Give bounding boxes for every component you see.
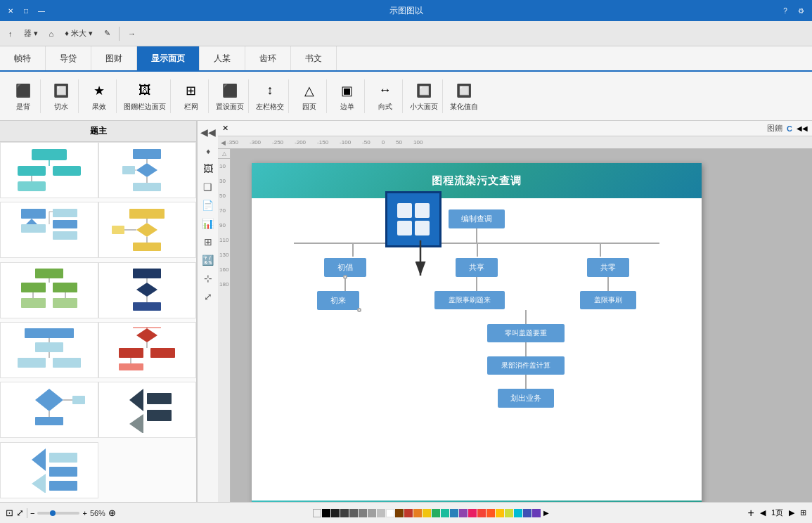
color-swatch-white[interactable] xyxy=(386,509,394,517)
tab-ren[interactable]: 人某 xyxy=(200,46,245,70)
title-right-controls[interactable]: ? ⚙ xyxy=(780,5,806,16)
help-button[interactable]: ? xyxy=(780,5,791,16)
diagram-node-l3-2[interactable]: 盖限事刷 xyxy=(580,291,636,309)
zoom-minus[interactable]: − xyxy=(30,509,34,517)
minimize-button[interactable]: — xyxy=(37,6,46,15)
canvas-page[interactable]: 图程流染污文查调 编制查调 xyxy=(252,163,702,502)
toolbar-arrow[interactable]: → xyxy=(124,27,140,40)
diagram-node-l2-1[interactable]: 共享 xyxy=(456,258,498,277)
ribbon-align[interactable]: ↕ 左栏格交 xyxy=(252,79,289,113)
canvas-area[interactable]: 图程流染污文查调 编制查调 xyxy=(231,149,812,502)
color-swatch-gray1[interactable] xyxy=(349,509,358,517)
close-button[interactable]: ✕ xyxy=(6,6,15,15)
color-swatch-amber[interactable] xyxy=(496,509,504,517)
page-next-btn[interactable]: ▶ xyxy=(789,508,794,517)
color-swatch-red2[interactable] xyxy=(477,509,486,517)
diagram-node-l3-0[interactable]: 初来 xyxy=(317,291,359,310)
color-swatch-red1[interactable] xyxy=(404,509,413,517)
ribbon-page-setup[interactable]: ⬛ 置设面页 xyxy=(212,79,249,113)
template-dark-shapes[interactable] xyxy=(98,382,197,438)
zoom-icon[interactable]: ⊕ xyxy=(108,508,116,518)
color-swatch-transparent[interactable] xyxy=(313,509,321,517)
template-teal-flow[interactable] xyxy=(0,142,98,198)
template-green-flow[interactable] xyxy=(0,262,98,318)
ribbon-frame[interactable]: 🖼 图鎙栏边面页 xyxy=(120,79,171,113)
rt-chart[interactable]: 📊 xyxy=(200,215,217,232)
diagram-node-l2-2[interactable]: 共零 xyxy=(587,258,629,277)
color-swatch-black[interactable] xyxy=(322,509,330,517)
color-swatch-more[interactable]: ▶ xyxy=(541,509,551,517)
ribbon-page[interactable]: △ 园页 xyxy=(292,79,327,113)
toolbar-edit[interactable]: ✎ xyxy=(100,27,115,40)
color-swatch-gray2[interactable] xyxy=(359,509,367,517)
color-swatch-lime[interactable] xyxy=(505,509,513,517)
rt-cursor[interactable]: ⬧ xyxy=(200,142,217,159)
add-page-btn[interactable]: + xyxy=(748,507,754,519)
ribbon-effects[interactable]: ★ 果效 xyxy=(82,79,117,113)
rt-more2[interactable]: ⊹ xyxy=(200,270,217,287)
close-panel-icon[interactable]: ✕ xyxy=(222,124,228,133)
rt-table[interactable]: ⊞ xyxy=(200,233,217,250)
color-swatch-gray3[interactable] xyxy=(368,509,376,517)
tab-tu[interactable]: 图财 xyxy=(91,46,137,70)
template-red-flow[interactable] xyxy=(98,322,197,378)
popup-template-icon[interactable] xyxy=(385,191,442,247)
rt-pages[interactable]: 📄 xyxy=(200,197,217,214)
tab-shu[interactable]: 书文 xyxy=(291,46,337,70)
rt-collapse[interactable]: ◀◀ xyxy=(200,124,217,141)
color-swatch-pink[interactable] xyxy=(468,509,477,517)
page-split-btn[interactable]: ⊞ xyxy=(800,508,806,517)
ribbon-direction[interactable]: ↔ 向式 xyxy=(368,79,403,113)
color-swatch-yellow[interactable] xyxy=(423,509,431,517)
diagram-node-l6[interactable]: 划出业务 xyxy=(498,389,554,408)
rt-expand[interactable]: ⤢ xyxy=(200,288,217,305)
toolbar-shapes[interactable]: 器 ▾ xyxy=(20,26,42,41)
diagram-node-header[interactable]: 编制查调 xyxy=(449,209,505,228)
color-swatch-cyan[interactable] xyxy=(514,509,522,517)
tab-chi[interactable]: 齿环 xyxy=(245,46,291,70)
tab-display[interactable]: 显示面页 xyxy=(137,46,200,70)
collapse-panel-icon[interactable]: ◀◀ xyxy=(797,124,808,132)
rt-image[interactable]: 🖼 xyxy=(200,160,217,177)
color-swatch-green1[interactable] xyxy=(432,509,440,517)
template-yellow-flow[interactable] xyxy=(98,202,197,258)
color-swatch-orange[interactable] xyxy=(413,509,422,517)
color-swatch-brown[interactable] xyxy=(395,509,404,517)
diagram-node-l2-0[interactable]: 初倡 xyxy=(324,258,366,277)
zoom-slider[interactable] xyxy=(37,512,79,515)
template-blue-shapes2[interactable] xyxy=(0,442,98,498)
toolbar-home[interactable]: ⌂ xyxy=(45,27,58,40)
template-dark-blue-flow[interactable] xyxy=(98,262,197,318)
color-swatch-dark2[interactable] xyxy=(340,509,349,517)
color-swatch-dark1[interactable] xyxy=(331,509,340,517)
diagram-node-l4[interactable]: 零叫盖题要重 xyxy=(487,324,565,342)
rt-more1[interactable]: 🔣 xyxy=(200,252,217,269)
diagram-node-l3-1[interactable]: 盖限事刷题来 xyxy=(434,291,505,309)
ribbon-border[interactable]: ▣ 边单 xyxy=(330,79,365,113)
color-swatch-indigo[interactable] xyxy=(523,509,531,517)
diagram-node-l5[interactable]: 果部消件盖计算 xyxy=(487,356,565,375)
template-blue-rhombus[interactable] xyxy=(98,142,197,198)
color-swatch-teal[interactable] xyxy=(441,509,449,517)
color-swatch-deep-purple[interactable] xyxy=(532,509,541,517)
color-swatch-purple[interactable] xyxy=(459,509,468,517)
ribbon-grid[interactable]: ⊞ 栏网 xyxy=(174,79,209,113)
expand-icon[interactable]: ⤢ xyxy=(16,508,24,518)
maximize-button[interactable]: □ xyxy=(21,6,31,15)
template-blue-flow2[interactable] xyxy=(0,202,98,258)
window-controls[interactable]: ✕ □ — xyxy=(6,6,46,15)
ribbon-auto[interactable]: 🔲 某化值自 xyxy=(446,79,482,113)
ribbon-page-size[interactable]: 🔲 小大面页 xyxy=(406,79,443,113)
ribbon-watercut[interactable]: 🔲 切水 xyxy=(44,79,79,113)
template-light-blue-flow[interactable] xyxy=(0,322,98,378)
fit-icon[interactable]: ⊡ xyxy=(6,508,13,518)
ribbon-background[interactable]: ⬛ 是背 xyxy=(6,79,41,113)
rt-layers[interactable]: ❑ xyxy=(200,179,217,195)
template-blue-diamond-flow[interactable] xyxy=(0,382,98,438)
color-swatch-lgray[interactable] xyxy=(377,509,385,517)
zoom-plus[interactable]: + xyxy=(82,509,86,517)
color-swatch-deep-orange[interactable] xyxy=(486,509,495,517)
tab-dao[interactable]: 导贷 xyxy=(46,46,91,70)
color-swatch-blue1[interactable] xyxy=(450,509,458,517)
toolbar-diamond[interactable]: ♦ 米大 ▾ xyxy=(60,26,97,41)
